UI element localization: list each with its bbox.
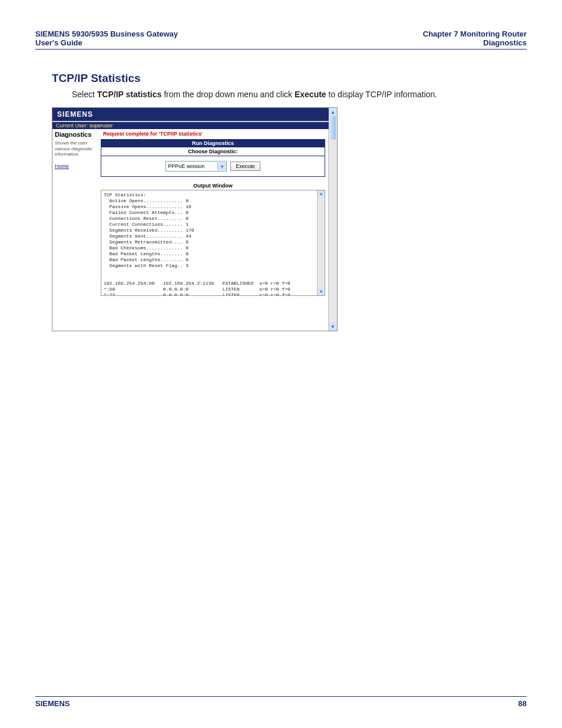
diagnostic-select-value: PPPoE session <box>166 163 217 169</box>
scroll-down-icon[interactable]: ▼ <box>329 322 337 331</box>
brand-bar: SIEMENS <box>52 108 329 121</box>
header-chapter: Chapter 7 Monitoring Router <box>423 29 527 38</box>
execute-button[interactable]: Execute <box>230 162 260 171</box>
choose-diagnostic-label: Choose Diagnostic: <box>101 147 325 156</box>
output-scrollbar[interactable]: ▲▼ <box>317 190 325 295</box>
header-product: SIEMENS 5930/5935 Business Gateway <box>35 29 178 38</box>
diagnostic-select[interactable]: PPPoE session ▼ <box>166 161 227 172</box>
sidebar: Diagnostics Shows the user various diagn… <box>52 129 101 298</box>
home-link[interactable]: Home <box>55 163 98 169</box>
header-subchapter: Diagnostics <box>423 38 527 47</box>
outer-scrollbar[interactable]: ▲ ▼ <box>328 108 337 331</box>
section-heading: TCP/IP Statistics <box>52 72 527 85</box>
brand-label: SIEMENS <box>57 110 93 118</box>
sidebar-title: Diagnostics <box>55 131 98 138</box>
output-window[interactable]: TCP Statistics: Active Opens............… <box>101 190 325 296</box>
run-diagnostics-header: Run Diagnostics <box>101 139 325 147</box>
footer-brand: SIEMENS <box>35 699 70 708</box>
output-window-label: Output Window <box>101 183 325 189</box>
scroll-thumb[interactable] <box>330 116 336 140</box>
embedded-screenshot: ▲ ▼ SIEMENS Current User: superuser Diag… <box>52 107 338 331</box>
status-message: Request complete for 'TCP/IP statistics' <box>101 131 325 137</box>
diagnostic-controls: PPPoE session ▼ Execute <box>101 156 325 177</box>
header-guide: User's Guide <box>35 38 178 47</box>
intro-text: Select TCP/IP statistics from the drop d… <box>72 90 527 99</box>
output-scroll-down-icon[interactable]: ▼ <box>318 288 325 295</box>
output-scroll-up-icon[interactable]: ▲ <box>318 190 325 197</box>
sidebar-desc: Shows the user various diagnostic inform… <box>55 140 98 157</box>
current-user-line: Current User: superuser <box>52 121 329 129</box>
page-header: SIEMENS 5930/5935 Business Gateway User'… <box>35 29 527 50</box>
output-text: TCP Statistics: Active Opens............… <box>104 192 290 296</box>
chevron-down-icon[interactable]: ▼ <box>217 162 226 170</box>
page-footer: SIEMENS 88 <box>35 696 527 708</box>
scroll-up-icon[interactable]: ▲ <box>329 108 337 116</box>
page-number: 88 <box>518 699 527 708</box>
